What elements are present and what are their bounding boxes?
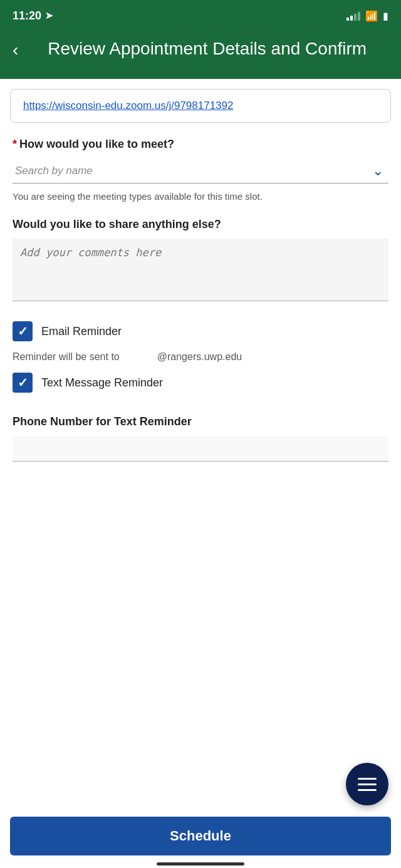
email-reminder-label: Email Reminder bbox=[41, 325, 122, 338]
required-star: * bbox=[13, 138, 17, 151]
zoom-link[interactable]: https://wisconsin-edu.zoom.us/j/97981713… bbox=[23, 100, 233, 111]
location-icon: ➤ bbox=[45, 10, 53, 21]
schedule-button[interactable]: Schedule bbox=[10, 817, 391, 855]
meeting-type-hint: You are seeing the meeting types availab… bbox=[13, 190, 388, 203]
email-reminder-checkbox[interactable]: ✓ bbox=[13, 321, 33, 341]
signal-bar-1 bbox=[346, 18, 349, 21]
reminders-section: ✓ Email Reminder Reminder will be sent t… bbox=[0, 304, 401, 393]
schedule-button-wrapper: Schedule bbox=[0, 809, 401, 868]
reminder-hint-prefix: Reminder will be sent to bbox=[13, 351, 120, 363]
signal-bar-4 bbox=[358, 12, 360, 21]
menu-line-2 bbox=[358, 783, 377, 785]
menu-icon bbox=[358, 778, 377, 791]
signal-bar-3 bbox=[354, 14, 357, 21]
home-indicator bbox=[157, 862, 244, 865]
comments-section: Would you like to share anything else? bbox=[0, 203, 401, 304]
status-time: 11:20 ➤ bbox=[13, 9, 53, 23]
signal-bars bbox=[346, 11, 360, 21]
phone-label: Phone Number for Text Reminder bbox=[13, 415, 388, 428]
meeting-type-label: * How would you like to meet? bbox=[13, 138, 388, 151]
text-reminder-checkbox[interactable]: ✓ bbox=[13, 373, 33, 393]
time-display: 11:20 bbox=[13, 9, 41, 23]
comments-label: Would you like to share anything else? bbox=[13, 218, 388, 231]
menu-line-3 bbox=[358, 789, 377, 791]
check-icon: ✓ bbox=[18, 324, 28, 339]
text-reminder-label: Text Message Reminder bbox=[41, 376, 163, 390]
back-button[interactable]: ‹ bbox=[13, 41, 18, 59]
header: ‹ Review Appointment Details and Confirm bbox=[0, 31, 401, 79]
phone-input[interactable] bbox=[13, 436, 388, 462]
check-icon-2: ✓ bbox=[18, 375, 28, 390]
reminder-hint-email: @rangers.uwp.edu bbox=[157, 351, 242, 363]
meeting-type-section: * How would you like to meet? Search by … bbox=[0, 123, 401, 203]
phone-number-section: Phone Number for Text Reminder bbox=[0, 403, 401, 462]
zoom-link-card: https://wisconsin-edu.zoom.us/j/97981713… bbox=[10, 89, 391, 123]
email-reminder-row: ✓ Email Reminder bbox=[13, 321, 388, 341]
status-icons: 📶 ▮ bbox=[346, 10, 388, 22]
page-title: Review Appointment Details and Confirm bbox=[26, 38, 388, 60]
battery-icon: ▮ bbox=[383, 10, 388, 22]
text-reminder-row: ✓ Text Message Reminder bbox=[13, 373, 388, 393]
meeting-type-select[interactable]: Search by name bbox=[13, 158, 388, 183]
fab-menu-button[interactable] bbox=[346, 763, 388, 805]
status-bar: 11:20 ➤ 📶 ▮ bbox=[0, 0, 401, 31]
content-area: https://wisconsin-edu.zoom.us/j/97981713… bbox=[0, 89, 401, 537]
comments-textarea[interactable] bbox=[13, 239, 388, 301]
email-reminder-hint-row: Reminder will be sent to @rangers.uwp.ed… bbox=[13, 351, 388, 363]
wifi-icon: 📶 bbox=[365, 10, 378, 22]
meeting-type-dropdown-container: Search by name ⌄ bbox=[13, 158, 388, 183]
signal-bar-2 bbox=[350, 16, 353, 21]
meeting-type-text: How would you like to meet? bbox=[19, 138, 174, 151]
menu-line-1 bbox=[358, 778, 377, 780]
